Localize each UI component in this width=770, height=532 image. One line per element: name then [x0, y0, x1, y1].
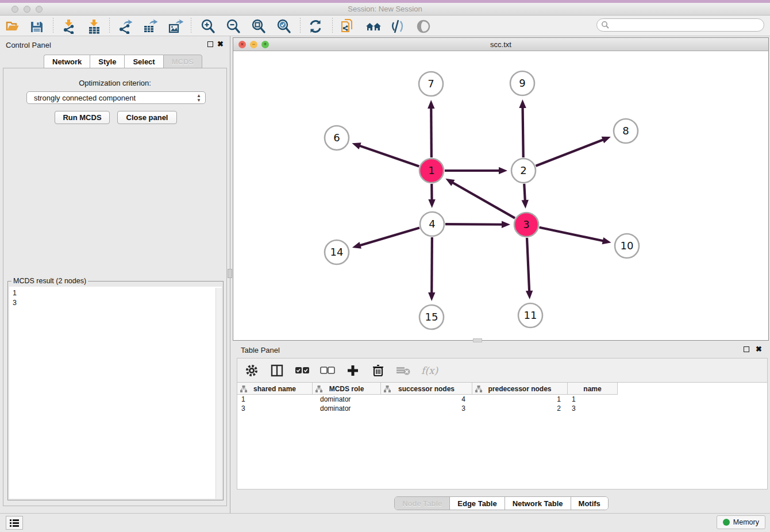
first-neighbors-icon[interactable] — [365, 18, 382, 34]
cell-successor-nodes: 3 — [381, 404, 472, 413]
edge-arrowhead — [519, 99, 526, 108]
import-network-icon[interactable] — [61, 18, 77, 34]
control-panel-title: Control Panel — [6, 41, 51, 49]
export-image-icon[interactable] — [168, 18, 184, 34]
import-table-icon[interactable] — [86, 18, 102, 34]
column-header-shared-name[interactable]: shared name — [237, 383, 313, 395]
zoom-in-icon[interactable] — [200, 18, 216, 34]
edge-4-14[interactable] — [359, 228, 419, 246]
network-graph: 7968124314101511 — [233, 51, 768, 340]
tab-motifs[interactable]: Motifs — [571, 497, 608, 510]
node-label-9: 9 — [519, 77, 525, 89]
network-window-title: scc.txt — [233, 40, 768, 49]
control-panel: Control Panel ✖ NetworkStyleSelectMCDS O… — [0, 36, 230, 513]
edge-2-3[interactable] — [524, 184, 525, 201]
tab-network[interactable]: Network — [44, 55, 90, 68]
main-titlebar: Session: New Session — [0, 3, 770, 16]
session-title: Session: New Session — [0, 5, 770, 13]
cell-MCDS-role: dominator — [313, 395, 381, 404]
tab-mcds[interactable]: MCDS — [163, 55, 202, 68]
deselect-all-icon[interactable] — [320, 363, 335, 378]
node-table[interactable]: shared nameMCDS rolesuccessor nodesprede… — [237, 382, 768, 489]
apply-layout-icon[interactable] — [307, 18, 324, 34]
zoom-out-icon[interactable] — [225, 18, 241, 34]
close-panel-button[interactable]: Close panel — [117, 111, 177, 124]
column-header-MCDS-role[interactable]: MCDS role — [313, 383, 381, 395]
network-view-window: × − + scc.txt 7968124314101511 — [233, 37, 769, 341]
select-all-icon[interactable] — [295, 363, 310, 378]
task-list-button[interactable] — [6, 516, 23, 530]
show-graphics-details-icon[interactable] — [415, 18, 432, 34]
vertical-splitter-grip[interactable] — [228, 269, 232, 278]
add-column-icon[interactable] — [345, 363, 360, 378]
scrollbar[interactable] — [215, 288, 222, 499]
split-columns-icon[interactable] — [270, 363, 284, 378]
open-session-icon[interactable] — [5, 18, 21, 34]
delete-column-icon[interactable] — [371, 363, 386, 378]
edge-arrowhead — [352, 142, 361, 149]
column-header-successor-nodes[interactable]: successor nodes — [381, 383, 472, 395]
edge-1-6[interactable] — [359, 145, 419, 166]
delete-table-icon[interactable] — [396, 363, 411, 378]
export-network-icon[interactable] — [117, 18, 133, 34]
mcds-result-group: MCDS result (2 nodes) 1 3 — [7, 281, 224, 500]
application-window: Session: New Session — [0, 0, 770, 532]
hide-graphics-details-icon[interactable] — [390, 18, 406, 34]
node-label-2: 2 — [520, 164, 526, 176]
mcds-result-area[interactable]: 1 3 — [9, 287, 222, 499]
edge-2-8[interactable] — [536, 140, 603, 166]
search-input[interactable] — [596, 18, 764, 32]
run-mcds-button[interactable]: Run MCDS — [55, 111, 110, 124]
node-label-1: 1 — [428, 164, 434, 176]
tab-edge-table[interactable]: Edge Table — [450, 497, 505, 510]
zoom-selected-icon[interactable] — [276, 18, 292, 34]
edge-1-7[interactable] — [431, 107, 432, 157]
table-row[interactable]: 3dominator323 — [237, 404, 767, 413]
table-tabs: Node TableEdge TableNetwork TableMotifs — [394, 496, 609, 510]
horizontal-splitter-grip[interactable] — [473, 338, 482, 342]
tab-network-table[interactable]: Network Table — [505, 497, 571, 510]
node-label-7: 7 — [428, 78, 434, 90]
edge-arrowhead — [428, 292, 435, 301]
close-panel-icon[interactable]: ✖ — [217, 40, 224, 48]
edge-arrowhead — [602, 137, 611, 144]
memory-label: Memory — [733, 518, 759, 526]
function-builder-icon[interactable]: f(x) — [421, 365, 438, 376]
export-table-icon[interactable] — [143, 18, 159, 34]
optimization-criterion-select[interactable]: strongly connected component ▲▼ — [26, 91, 206, 104]
edge-3-11[interactable] — [527, 238, 529, 292]
edge-3-10[interactable] — [540, 228, 604, 241]
selected-option: strongly connected component — [34, 94, 136, 102]
table-row[interactable]: 1dominator411 — [237, 395, 767, 404]
save-session-icon[interactable] — [29, 18, 45, 34]
table-body: 1dominator4113dominator323 — [237, 395, 767, 413]
gear-icon[interactable] — [244, 363, 259, 378]
edge-arrowhead — [352, 242, 361, 249]
tab-select[interactable]: Select — [124, 55, 163, 68]
edge-3-1[interactable] — [452, 182, 515, 218]
table-header-row: shared nameMCDS rolesuccessor nodesprede… — [237, 383, 618, 395]
new-network-from-selection-icon[interactable] — [340, 18, 356, 34]
node-label-4: 4 — [429, 218, 435, 230]
zoom-fit-icon[interactable] — [251, 18, 267, 34]
edge-2-9[interactable] — [523, 107, 523, 157]
memory-button[interactable]: Memory — [717, 515, 765, 529]
edge-4-15[interactable] — [432, 237, 432, 294]
edge-4-3[interactable] — [445, 224, 503, 225]
network-window-titlebar[interactable]: × − + scc.txt — [233, 38, 768, 51]
node-label-8: 8 — [622, 125, 629, 137]
tab-style[interactable]: Style — [90, 55, 124, 68]
column-header-name[interactable]: name — [568, 383, 618, 395]
tab-node-table[interactable]: Node Table — [395, 497, 450, 510]
close-panel-icon[interactable]: ✖ — [756, 345, 762, 353]
mcds-result-title: MCDS result (2 nodes) — [11, 277, 88, 285]
select-stepper-icon: ▲▼ — [197, 94, 201, 103]
edge-arrowhead — [428, 100, 434, 109]
float-panel-icon[interactable] — [744, 346, 749, 352]
edge-arrowhead — [499, 167, 507, 174]
float-panel-icon[interactable] — [207, 41, 213, 47]
table-panel-title: Table Panel — [241, 346, 280, 354]
column-header-predecessor-nodes[interactable]: predecessor nodes — [472, 383, 568, 395]
network-canvas[interactable]: 7968124314101511 — [233, 51, 768, 340]
list-icon — [10, 519, 19, 527]
